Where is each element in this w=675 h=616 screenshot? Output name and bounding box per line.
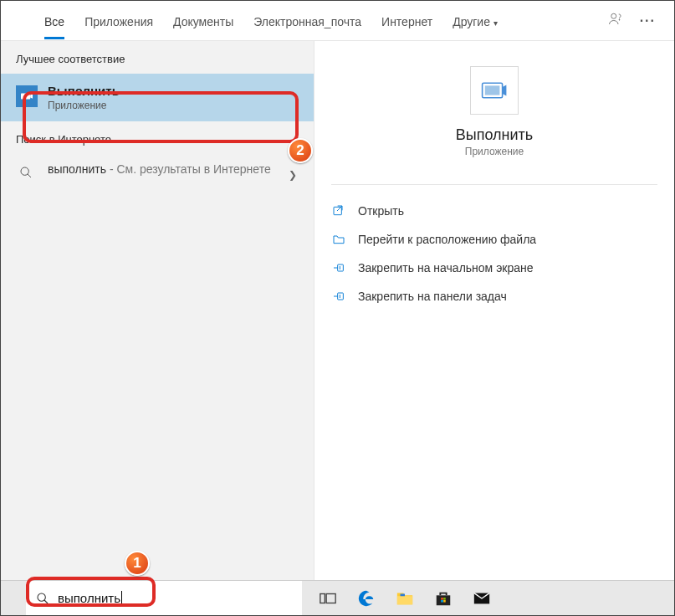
web-search-result[interactable]: выполнить - См. результаты в Интернете ❯ [1,154,314,184]
tab-apps[interactable]: Приложения [74,3,163,38]
web-search-label: Поиск в Интернете [1,121,314,154]
svg-rect-12 [338,293,344,300]
pin-taskbar-icon [331,289,346,304]
tab-all[interactable]: Все [34,3,74,38]
edge-icon[interactable] [347,581,386,616]
svg-rect-18 [397,596,412,604]
result-title: Выполнить [48,84,299,98]
svg-rect-7 [334,207,341,214]
text-cursor [121,591,122,605]
mail-icon[interactable] [463,581,501,616]
more-icon[interactable]: ··· [632,13,664,28]
svg-rect-22 [443,598,446,600]
best-match-result[interactable]: Выполнить Приложение [1,74,314,121]
svg-rect-21 [441,598,443,600]
taskbar: выполнить [1,580,674,615]
pin-start-icon [331,260,346,275]
result-subtitle: Приложение [48,100,299,111]
svg-rect-17 [326,593,335,603]
action-pin-start[interactable]: Закрепить на начальном экране [331,254,657,282]
preview-panel: Выполнить Приложение Открыть Перейти к р… [314,41,674,580]
search-icon [36,592,49,605]
svg-line-15 [44,600,48,603]
svg-rect-9 [338,264,344,271]
store-icon[interactable] [424,581,463,616]
svg-point-3 [21,167,28,175]
svg-point-14 [38,593,45,601]
tab-other[interactable]: Другие▾ [442,3,508,38]
action-pin-taskbar[interactable]: Закрепить на панели задач [331,282,657,311]
tab-docs[interactable]: Документы [163,3,243,38]
annotation-badge-2: 2 [288,138,313,163]
tab-email[interactable]: Электронная_почта [243,3,371,38]
web-suffix: - См. результаты в Интернете [106,162,271,176]
preview-title: Выполнить [331,126,657,144]
web-query: выполнить [48,162,106,176]
search-value: выполнить [58,591,120,605]
action-open[interactable]: Открыть [331,197,657,225]
run-app-icon [16,85,38,107]
open-icon [331,203,346,218]
svg-rect-6 [485,85,500,95]
preview-subtitle: Приложение [331,146,657,157]
results-panel: Лучшее соответствие Выполнить Приложение… [1,41,314,580]
divider [331,184,657,185]
chevron-down-icon: ▾ [493,18,498,28]
svg-rect-20 [437,595,451,605]
action-file-location[interactable]: Перейти к расположению файла [331,225,657,254]
svg-rect-23 [441,600,443,603]
svg-line-4 [28,174,31,177]
preview-app-icon [470,66,519,115]
tab-internet[interactable]: Интернет [371,3,442,38]
svg-rect-24 [443,600,446,603]
chevron-right-icon: ❯ [289,169,297,181]
svg-rect-2 [21,94,30,100]
search-icon [19,166,33,179]
svg-rect-16 [320,593,325,603]
svg-point-1 [619,19,620,20]
task-view-icon[interactable] [309,581,347,616]
svg-rect-19 [401,593,406,596]
explorer-icon[interactable] [386,581,424,616]
best-match-label: Лучшее соответствие [1,41,314,74]
svg-point-0 [611,13,616,18]
search-input[interactable]: выполнить [26,581,302,616]
folder-icon [331,232,346,247]
annotation-badge-1: 1 [125,551,150,576]
feedback-icon[interactable] [600,12,632,30]
